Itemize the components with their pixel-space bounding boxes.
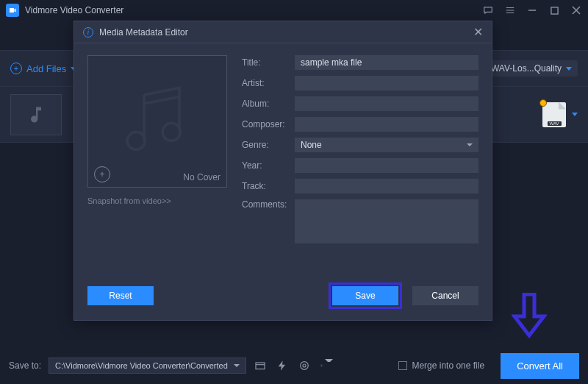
save-button[interactable]: Save: [332, 286, 398, 305]
title-input[interactable]: [295, 55, 478, 70]
output-format-label: WAV-Los...Quality: [491, 63, 562, 74]
close-icon[interactable]: [570, 4, 582, 16]
checkbox-icon: [398, 361, 407, 370]
music-note-icon: [88, 56, 226, 187]
menu-icon[interactable]: [504, 4, 516, 16]
chevron-down-icon: [234, 364, 240, 367]
svg-rect-3: [256, 363, 265, 369]
track-input[interactable]: [295, 179, 478, 193]
annotation-arrow-icon: [512, 293, 547, 338]
composer-label: Composer:: [242, 119, 287, 129]
track-label: Track:: [242, 181, 287, 191]
metadata-editor-dialog: i Media Metadata Editor ✕ + No Cover Sna…: [74, 21, 492, 321]
artist-label: Artist:: [242, 78, 287, 88]
wav-label: WAV: [548, 121, 562, 126]
hardware-accel-icon[interactable]: [276, 359, 289, 372]
merge-checkbox[interactable]: Merge into one file: [398, 360, 484, 371]
year-label: Year:: [242, 160, 287, 171]
svg-point-2: [162, 123, 180, 141]
convert-all-button[interactable]: Convert All: [501, 353, 579, 379]
svg-point-4: [300, 362, 308, 370]
genre-label: Genre:: [242, 140, 287, 150]
metadata-form: Title: Artist: Album: Composer: Genre: N…: [242, 55, 478, 271]
artist-input[interactable]: [295, 76, 478, 90]
settings-icon[interactable]: [320, 359, 333, 372]
maximize-icon[interactable]: [548, 4, 560, 16]
svg-point-5: [303, 364, 306, 367]
file-output-format[interactable]: WAV: [542, 102, 578, 127]
comments-input[interactable]: [295, 199, 478, 243]
window-controls: [482, 4, 582, 16]
cancel-button[interactable]: Cancel: [412, 286, 478, 305]
titlebar: Vidmore Video Converter: [0, 0, 588, 21]
add-files-label: Add Files: [26, 63, 66, 74]
save-path-value: C:\Vidmore\Vidmore Video Converter\Conve…: [55, 361, 228, 370]
chevron-down-icon: [566, 67, 572, 71]
composer-input[interactable]: [295, 117, 478, 132]
dialog-title: Media Metadata Editor: [99, 27, 473, 38]
bottom-icons: [254, 359, 333, 372]
save-highlight: Save: [329, 282, 402, 309]
dialog-header: i Media Metadata Editor ✕: [74, 21, 492, 43]
file-thumbnail[interactable]: [10, 94, 62, 135]
title-label: Title:: [242, 57, 287, 68]
snapshot-link[interactable]: Snapshot from video>>: [87, 196, 227, 205]
close-icon[interactable]: ✕: [473, 25, 483, 39]
chevron-down-icon: [467, 143, 473, 146]
reset-button[interactable]: Reset: [87, 286, 154, 305]
app-title: Vidmore Video Converter: [25, 5, 482, 15]
save-to-label: Save to:: [9, 360, 41, 371]
svg-point-6: [321, 365, 322, 366]
plus-icon: +: [10, 63, 22, 74]
year-input[interactable]: [295, 158, 478, 173]
genre-select[interactable]: None: [295, 138, 478, 152]
add-files-button[interactable]: + Add Files: [10, 63, 76, 74]
dialog-body: + No Cover Snapshot from video>> Title: …: [74, 43, 492, 279]
open-folder-icon[interactable]: [254, 359, 267, 372]
app-logo: [6, 4, 19, 17]
album-input[interactable]: [295, 96, 478, 111]
svg-rect-0: [551, 7, 557, 13]
save-path-select[interactable]: C:\Vidmore\Vidmore Video Converter\Conve…: [49, 358, 246, 374]
wav-file-icon: WAV: [542, 102, 566, 127]
cover-art-box: + No Cover: [87, 55, 227, 188]
dialog-footer: Reset Save Cancel: [74, 279, 492, 320]
album-label: Album:: [242, 99, 287, 109]
cover-column: + No Cover Snapshot from video>>: [87, 55, 227, 271]
genre-value: None: [301, 140, 322, 150]
merge-label: Merge into one file: [412, 360, 484, 371]
high-speed-icon[interactable]: [298, 359, 311, 372]
bottom-bar: Save to: C:\Vidmore\Vidmore Video Conver…: [0, 347, 588, 384]
comments-label: Comments:: [242, 199, 287, 210]
svg-point-1: [127, 132, 145, 149]
minimize-icon[interactable]: [526, 4, 538, 16]
output-format-select[interactable]: WAV-Los...Quality: [485, 60, 578, 77]
feedback-icon[interactable]: [482, 4, 494, 16]
chevron-down-icon[interactable]: [572, 113, 578, 116]
info-icon: i: [83, 27, 93, 38]
